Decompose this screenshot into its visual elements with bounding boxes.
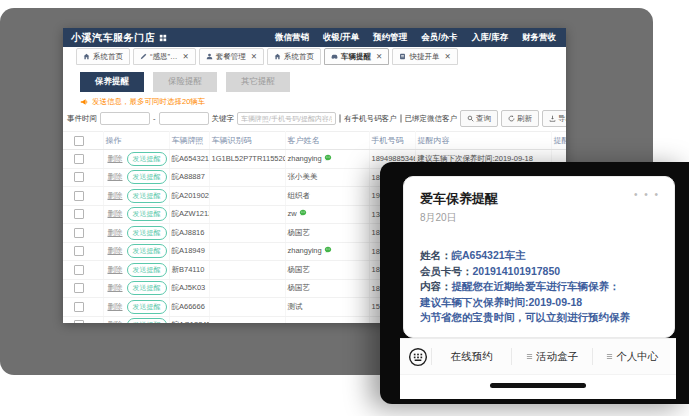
nav-item-4[interactable]: 会员/办卡 bbox=[421, 32, 457, 44]
send-reminder-button[interactable]: 发送提醒 bbox=[127, 170, 167, 184]
close-icon[interactable]: ✕ bbox=[444, 52, 450, 61]
send-limit-notice-text: 发送信息，最多可同时选择20辆车 bbox=[92, 97, 205, 107]
close-icon[interactable]: ✕ bbox=[183, 52, 189, 61]
delete-link[interactable]: 删除 bbox=[108, 172, 123, 181]
subtab-3[interactable]: 其它提醒 bbox=[226, 72, 290, 92]
send-reminder-button[interactable]: 发送提醒 bbox=[127, 300, 167, 314]
delete-link[interactable]: 删除 bbox=[108, 265, 123, 274]
customer-name: 杨国艺 bbox=[288, 283, 311, 292]
store-title-text: 小溪汽车服务门店 bbox=[71, 31, 155, 45]
row-checkbox[interactable] bbox=[74, 154, 84, 164]
actions-cell: 删除发送提醒 bbox=[103, 279, 169, 298]
nav-item-6[interactable]: 财务营收 bbox=[522, 32, 556, 44]
customer-name: zw bbox=[288, 209, 297, 218]
close-icon[interactable]: ✕ bbox=[376, 52, 382, 61]
row-checkbox[interactable] bbox=[74, 172, 84, 182]
nav-item-1[interactable]: 微信营销 bbox=[275, 32, 309, 44]
row-checkbox[interactable] bbox=[74, 228, 84, 238]
nav-item-5[interactable]: 入库/库存 bbox=[472, 32, 508, 44]
card-extra-line: 为节省您的宝贵时间，可以立刻进行预约保养 bbox=[420, 310, 660, 326]
export-icon bbox=[549, 115, 556, 122]
send-reminder-button[interactable]: 发送提醒 bbox=[127, 263, 167, 277]
keyword-label: 关键字 bbox=[212, 114, 235, 124]
subtab-1[interactable]: 保养提醒 bbox=[80, 72, 144, 92]
customer-name-cell: 杨国艺 bbox=[285, 279, 369, 298]
tab-6[interactable]: 快捷开单✕ bbox=[392, 48, 457, 65]
refresh-button[interactable]: 刷新 bbox=[501, 110, 539, 127]
delete-link[interactable]: 删除 bbox=[108, 191, 123, 200]
delete-link[interactable]: 删除 bbox=[108, 246, 123, 255]
send-reminder-button[interactable]: 发送提醒 bbox=[127, 226, 167, 240]
submenu-icon bbox=[526, 353, 533, 360]
plate-cell: 皖A88887 bbox=[169, 168, 209, 187]
card-field-value: 201914101917850 bbox=[473, 265, 561, 277]
send-reminder-button[interactable]: 发送提醒 bbox=[127, 207, 167, 221]
tab-4[interactable]: 系统首页 bbox=[267, 48, 321, 65]
send-reminder-button[interactable]: 发送提醒 bbox=[127, 244, 167, 258]
card-date: 8月20日 bbox=[420, 211, 660, 225]
customer-name-cell: 张小美美 bbox=[285, 168, 369, 187]
tab-label: 快捷开单 bbox=[409, 52, 439, 62]
send-reminder-button[interactable]: 发送提醒 bbox=[127, 318, 167, 323]
select-all-checkbox[interactable] bbox=[74, 136, 84, 146]
wechat-menu-bar: 在线预约活动盒子个人中心 bbox=[400, 339, 676, 375]
wechat-icon bbox=[324, 246, 332, 256]
column-header: 车辆牌照 bbox=[169, 132, 209, 150]
column-header: 手机号码 bbox=[369, 132, 415, 150]
menu-item-3[interactable]: 个人中心 bbox=[592, 348, 672, 365]
delete-link[interactable]: 删除 bbox=[108, 320, 123, 323]
phone-customers-checkbox[interactable] bbox=[339, 114, 341, 123]
delete-link[interactable]: 删除 bbox=[108, 283, 123, 292]
row-checkbox[interactable] bbox=[74, 191, 84, 201]
delete-link[interactable]: 删除 bbox=[108, 154, 123, 163]
phone-bottom-area: 在线预约活动盒子个人中心 bbox=[400, 338, 676, 399]
close-icon[interactable]: ✕ bbox=[251, 52, 257, 61]
delete-link[interactable]: 删除 bbox=[108, 228, 123, 237]
row-checkbox[interactable] bbox=[74, 246, 84, 256]
checkbox-cell bbox=[63, 261, 103, 280]
row-checkbox[interactable] bbox=[74, 320, 84, 323]
menu-item-2[interactable]: 活动盒子 bbox=[511, 348, 591, 365]
keyword-input[interactable] bbox=[237, 112, 336, 125]
search-button[interactable]: 查询 bbox=[460, 110, 498, 127]
checkbox-cell bbox=[63, 187, 103, 206]
row-checkbox[interactable] bbox=[74, 265, 84, 275]
customer-name-cell: 测试 bbox=[285, 298, 369, 317]
export-button[interactable]: 导出 bbox=[542, 110, 566, 127]
time-end-input[interactable] bbox=[159, 112, 209, 125]
tab-label: 系统首页 bbox=[93, 52, 123, 62]
tab-2[interactable]: “感恩”…✕ bbox=[133, 48, 196, 65]
tab-1[interactable]: 系统首页 bbox=[76, 48, 130, 65]
doc-icon bbox=[399, 53, 406, 60]
wechat-customers-checkbox[interactable] bbox=[400, 114, 402, 123]
delete-link[interactable]: 删除 bbox=[108, 209, 123, 218]
vin-cell bbox=[209, 298, 285, 317]
plate-cell: 皖A201902 bbox=[169, 187, 209, 206]
users-icon bbox=[206, 53, 213, 60]
actions-cell: 删除发送提醒 bbox=[103, 168, 169, 187]
wechat-customers-label: 已绑定微信客户 bbox=[405, 114, 458, 124]
keyboard-icon[interactable] bbox=[404, 347, 431, 367]
tab-3[interactable]: 套餐管理✕ bbox=[199, 48, 264, 65]
subtab-2[interactable]: 保险提醒 bbox=[153, 72, 217, 92]
nav-item-2[interactable]: 收银/开单 bbox=[323, 32, 359, 44]
vin-cell bbox=[209, 224, 285, 243]
vin-cell bbox=[209, 187, 285, 206]
time-start-input[interactable] bbox=[100, 112, 150, 125]
delete-link[interactable]: 删除 bbox=[108, 302, 123, 311]
column-header: 提醒类型 bbox=[551, 132, 566, 150]
row-checkbox[interactable] bbox=[74, 209, 84, 219]
column-header: 车辆识别码 bbox=[209, 132, 285, 150]
home-indicator bbox=[490, 383, 586, 388]
nav-item-3[interactable]: 预约管理 bbox=[373, 32, 407, 44]
send-reminder-button[interactable]: 发送提醒 bbox=[127, 152, 167, 166]
send-reminder-button[interactable]: 发送提醒 bbox=[127, 189, 167, 203]
tab-5[interactable]: 车辆提醒✕ bbox=[324, 48, 389, 65]
more-menu-icon[interactable]: • • • bbox=[634, 190, 660, 200]
row-checkbox[interactable] bbox=[74, 283, 84, 293]
row-checkbox[interactable] bbox=[74, 302, 84, 312]
menu-item-1[interactable]: 在线预约 bbox=[431, 348, 511, 365]
vin-cell: 1G1BL52P7TR115520 bbox=[209, 150, 285, 169]
send-reminder-button[interactable]: 发送提醒 bbox=[127, 281, 167, 295]
card-body: 姓名：皖A654321车主会员卡号：201914101917850内容：提醒您在… bbox=[420, 248, 660, 326]
